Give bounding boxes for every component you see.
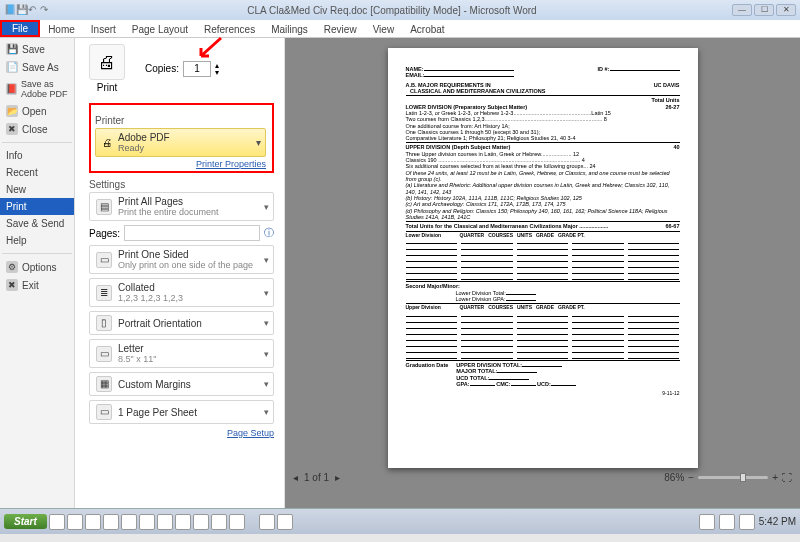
tab-insert[interactable]: Insert [83, 22, 124, 37]
titlebar: 📘 💾 ↶ ↷ CLA Cla&Med Civ Req.doc [Compati… [0, 0, 800, 20]
menu-exit[interactable]: ✖Exit [0, 276, 74, 294]
window-title: CLA Cla&Med Civ Req.doc [Compatibility M… [52, 5, 732, 16]
chevron-down-icon: ▾ [264, 202, 269, 212]
save-icon: 💾 [6, 43, 18, 55]
print-preview: NAME: ID #: EMAIL: A.B. MAJOR REQUIREMEN… [285, 38, 800, 508]
setting-margins[interactable]: ▦ Custom Margins ▾ [89, 372, 274, 396]
tab-acrobat[interactable]: Acrobat [402, 22, 452, 37]
menu-help[interactable]: Help [0, 232, 74, 249]
info-icon[interactable]: ⓘ [264, 226, 274, 240]
margins-icon: ▦ [96, 376, 112, 392]
taskbar-app-icon[interactable] [121, 514, 137, 530]
printer-selector[interactable]: 🖨 Adobe PDF Ready ▾ [95, 128, 266, 157]
taskbar-app-icon[interactable] [67, 514, 83, 530]
copies-spinner[interactable]: ▴▾ [215, 62, 219, 76]
menu-print[interactable]: Print [0, 198, 74, 215]
page-indicator: 1 of 1 [304, 472, 329, 483]
fit-page-button[interactable]: ⛶ [782, 472, 792, 483]
ribbon-tabs: File Home Insert Page Layout References … [0, 20, 800, 38]
taskbar-app-icon[interactable] [139, 514, 155, 530]
document-icon: ▤ [96, 199, 112, 215]
menu-save-send[interactable]: Save & Send [0, 215, 74, 232]
minimize-button[interactable]: — [732, 4, 752, 16]
tab-references[interactable]: References [196, 22, 263, 37]
close-icon: ✖ [6, 123, 18, 135]
taskbar-app-icon[interactable] [49, 514, 65, 530]
close-window-button[interactable]: ✕ [776, 4, 796, 16]
save-icon[interactable]: 💾 [16, 4, 28, 16]
chevron-down-icon: ▾ [264, 288, 269, 298]
tray-icon[interactable] [699, 514, 715, 530]
copies-input[interactable] [183, 61, 211, 77]
undo-icon[interactable]: ↶ [28, 4, 40, 16]
pages-input[interactable] [124, 225, 260, 241]
print-settings-panel: 🖨 Print Copies: ▴▾ Printer 🖨 Adobe PDF R… [75, 38, 285, 508]
chevron-down-icon: ▾ [256, 137, 261, 148]
page-navigator: ◂ 1 of 1 ▸ [293, 472, 340, 483]
tab-file[interactable]: File [0, 20, 40, 37]
pdf-icon: 📕 [6, 83, 17, 95]
zoom-level: 86% [664, 472, 684, 483]
menu-recent[interactable]: Recent [0, 164, 74, 181]
page-setup-link[interactable]: Page Setup [89, 428, 274, 438]
menu-options[interactable]: ⚙Options [0, 258, 74, 276]
taskbar-app-icon[interactable] [85, 514, 101, 530]
copies-label: Copies: [145, 63, 179, 74]
taskbar-app-icon[interactable] [175, 514, 191, 530]
menu-info[interactable]: Info [0, 147, 74, 164]
setting-orientation[interactable]: ▯ Portrait Orientation ▾ [89, 311, 274, 335]
taskbar-clock: 5:42 PM [759, 516, 796, 527]
tray-icon[interactable] [719, 514, 735, 530]
setting-sides[interactable]: ▭ Print One SidedOnly print on one side … [89, 245, 274, 274]
menu-save[interactable]: 💾Save [0, 40, 74, 58]
prev-page-button[interactable]: ◂ [293, 472, 298, 483]
paper-icon: ▭ [96, 346, 112, 362]
printer-properties-link[interactable]: Printer Properties [95, 159, 266, 169]
menu-new[interactable]: New [0, 181, 74, 198]
menu-close[interactable]: ✖Close [0, 120, 74, 138]
zoom-out-button[interactable]: − [688, 472, 694, 483]
settings-header: Settings [89, 179, 274, 190]
redo-icon[interactable]: ↷ [40, 4, 52, 16]
printer-section-highlight: Printer 🖨 Adobe PDF Ready ▾ Printer Prop… [89, 103, 274, 173]
word-icon: 📘 [4, 4, 16, 16]
taskbar-app-icon[interactable] [229, 514, 245, 530]
file-menu-sidebar: 💾Save 📄Save As 📕Save as Adobe PDF 📂Open … [0, 38, 75, 508]
zoom-in-button[interactable]: + [772, 472, 778, 483]
options-icon: ⚙ [6, 261, 18, 273]
tray-icon[interactable] [739, 514, 755, 530]
setting-paper-size[interactable]: ▭ Letter8.5" x 11" ▾ [89, 339, 274, 368]
printer-name: Adobe PDF [118, 132, 170, 143]
taskbar-app-icon[interactable] [103, 514, 119, 530]
menu-save-as[interactable]: 📄Save As [0, 58, 74, 76]
chevron-down-icon: ▾ [264, 349, 269, 359]
setting-print-range[interactable]: ▤ Print All PagesPrint the entire docume… [89, 192, 274, 221]
start-button[interactable]: Start [4, 514, 47, 529]
saveas-icon: 📄 [6, 61, 18, 73]
taskbar-running-app[interactable] [277, 514, 293, 530]
tab-review[interactable]: Review [316, 22, 365, 37]
menu-open[interactable]: 📂Open [0, 102, 74, 120]
printer-icon: 🖨 [89, 44, 125, 80]
taskbar-app-icon[interactable] [157, 514, 173, 530]
tab-view[interactable]: View [365, 22, 403, 37]
tab-page-layout[interactable]: Page Layout [124, 22, 196, 37]
chevron-down-icon: ▾ [264, 255, 269, 265]
maximize-button[interactable]: ☐ [754, 4, 774, 16]
next-page-button[interactable]: ▸ [335, 472, 340, 483]
printer-status: Ready [118, 143, 170, 153]
setting-collate[interactable]: ≣ Collated1,2,3 1,2,3 1,2,3 ▾ [89, 278, 274, 307]
setting-pages-per-sheet[interactable]: ▭ 1 Page Per Sheet ▾ [89, 400, 274, 424]
taskbar-app-icon[interactable] [211, 514, 227, 530]
taskbar-running-app[interactable] [259, 514, 275, 530]
collate-icon: ≣ [96, 285, 112, 301]
tab-home[interactable]: Home [40, 22, 83, 37]
preview-page: NAME: ID #: EMAIL: A.B. MAJOR REQUIREMEN… [388, 48, 698, 468]
print-button[interactable]: 🖨 Print [89, 44, 125, 93]
print-button-label: Print [89, 82, 125, 93]
page-icon: ▭ [96, 252, 112, 268]
taskbar-app-icon[interactable] [193, 514, 209, 530]
tab-mailings[interactable]: Mailings [263, 22, 316, 37]
menu-save-as-pdf[interactable]: 📕Save as Adobe PDF [0, 76, 74, 102]
zoom-slider[interactable] [698, 476, 768, 479]
